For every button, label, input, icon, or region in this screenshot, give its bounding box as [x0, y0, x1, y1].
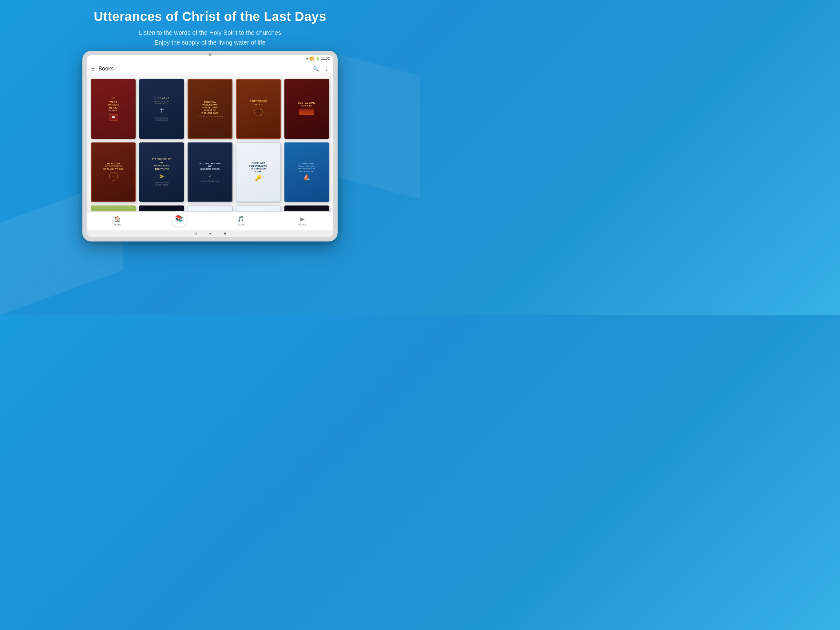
tablet-screen: ▼ 📶 🔋 11:07 ☰ Books 🔍 ⋮ THE WORDAPPEARSI…	[87, 55, 333, 237]
tablet-frame: ▼ 📶 🔋 11:07 ☰ Books 🔍 ⋮ THE WORDAPPEARSI…	[82, 51, 338, 242]
city-img	[299, 109, 314, 115]
book-cover-11	[91, 206, 136, 211]
video-icon: ▶	[300, 216, 305, 222]
subtitle-line1: Listen to the words of the Holy Spirit t…	[139, 29, 281, 36]
list-item[interactable]: JUDGMENT BEGINS WITH THEHOUSE OF GOD ✝	[139, 79, 184, 139]
time-display: 11:07	[321, 57, 330, 60]
list-item[interactable]	[91, 206, 136, 211]
app-bar: ☰ Books 🔍 ⋮	[87, 62, 333, 75]
harp-icon: ♪	[208, 172, 211, 179]
book-cover-10: Guidelines for theGospel of Spreadingthe…	[284, 142, 329, 202]
home-circle-icon[interactable]: ●	[209, 231, 211, 236]
dove-icon: 🕊	[256, 109, 261, 114]
bible-icon: 📖	[109, 114, 118, 121]
book-cover-2: JUDGMENT BEGINS WITH THEHOUSE OF GOD ✝	[139, 79, 184, 139]
keys-icon: 🔑	[255, 174, 262, 181]
list-item[interactable]: GOD HAS COMEHE IS KING	[284, 79, 329, 139]
app-bar-title: Books	[98, 65, 313, 72]
books-grid: THE WORDAPPEARSIN THEFLESH 📖 JUDGMENT BE…	[87, 75, 333, 211]
back-icon[interactable]: ◁	[194, 231, 197, 236]
menu-icon[interactable]: ☰	[91, 66, 95, 72]
battery-icon: 🔋	[316, 57, 320, 60]
seal-circle: ⊙	[109, 172, 118, 180]
list-item[interactable]: FOLLOW THE LAMBANDSING NEW SONGS ♪ HYMNS…	[188, 142, 232, 202]
list-item[interactable]: Guidelines for theGospel of Spreadingthe…	[284, 142, 329, 202]
nav-item-home[interactable]: 🏠 Home	[107, 216, 128, 226]
page-title: Utterances of Christ of the Last Days	[6, 9, 414, 24]
more-icon[interactable]: ⋮	[324, 66, 329, 72]
boat-icon: ⛵	[303, 174, 310, 180]
nav-label-audios: Audios	[237, 223, 245, 226]
book4-circle: 🕊	[254, 108, 262, 116]
book-cover-4: DAILY WORDSOF GOD 🕊	[236, 79, 281, 139]
nav-label-videos: Videos	[298, 223, 306, 226]
status-bar-icons: ▼ 📶 🔋 11:07	[306, 57, 330, 60]
list-item[interactable]: ESSENTIALQUESTIONSAND ANSWERSON THE GOSP…	[188, 206, 232, 211]
book-cover-6: SELECTIONSOF THE WORDSOF ALMIGHTY GOD ⊙	[91, 142, 136, 202]
book-cover-5: GOD HAS COMEHE IS KING	[284, 79, 329, 139]
book-cover-15: 🔥	[284, 206, 329, 211]
book-cover-9: GUIDELINESFOR SPREADINGTHE KINGDOMGOSPEL…	[236, 142, 281, 202]
subtitle-line2: Enjoy the supply of the living water of …	[154, 39, 265, 46]
book-cover-8: FOLLOW THE LAMBANDSING NEW SONGS ♪ HYMNS…	[188, 142, 232, 202]
wifi-icon: ▼	[306, 57, 309, 60]
android-nav-bar: ◁ ● ■	[87, 230, 333, 237]
square-icon[interactable]: ■	[224, 231, 226, 236]
landscape-img	[91, 206, 136, 211]
book-cover-7: 170 PRINCIPLESOFPRACTICINGTHE TRUTH ➤ PR…	[139, 142, 184, 202]
book-cover-1: THE WORDAPPEARSIN THEFLESH 📖	[91, 79, 136, 139]
status-bar: ▼ 📶 🔋 11:07	[87, 55, 333, 62]
arrow-icon: ➤	[159, 172, 165, 180]
header: Utterances of Christ of the Last Days Li…	[0, 0, 420, 54]
list-item[interactable]: 170 PRINCIPLESOFPRACTICINGTHE TRUTH ➤ PR…	[139, 142, 184, 202]
book-cover-13: ESSENTIALQUESTIONSAND ANSWERSON THE GOSP…	[188, 206, 232, 211]
list-item[interactable]: SELECTIONSOF THE WORDSOF ALMIGHTY GOD ⊙	[91, 142, 136, 202]
list-item[interactable]: ESSENTIALQUESTIONSAND ANSWERSON THE GOSP…	[236, 206, 281, 211]
bottom-navigation: 🏠 Home 📚 Books 🎵 Audios ▶ Videos	[87, 211, 333, 230]
nav-item-videos[interactable]: ▶ Videos	[292, 216, 313, 226]
book2-bottom-img	[156, 117, 168, 120]
nav-item-audios[interactable]: 🎵 Audios	[230, 216, 251, 226]
book-cover-3: ESSENTIALWORDS FROMALMIGHTY GODCHRIST OF…	[188, 79, 232, 139]
app-bar-actions: 🔍 ⋮	[313, 66, 329, 72]
signal-icon: 📶	[310, 57, 314, 60]
list-item[interactable]: 🔥	[284, 206, 329, 211]
header-subtitle: Listen to the words of the Holy Spirit t…	[6, 28, 414, 47]
books-icon: 📚	[175, 215, 183, 223]
nav-item-books[interactable]: 📚 Books	[169, 216, 190, 225]
book-cover-14: ESSENTIALQUESTIONSAND ANSWERSON THE GOSP…	[236, 206, 281, 211]
search-icon[interactable]: 🔍	[313, 66, 319, 72]
list-item[interactable]: GUIDELINESFOR SPREADINGTHE KINGDOMGOSPEL…	[236, 142, 281, 202]
audio-icon: 🎵	[237, 216, 244, 222]
books-bubble: 📚	[171, 211, 187, 227]
nav-label-home: Home	[114, 223, 121, 226]
list-item[interactable]: THE WORDAPPEARSIN THEFLESH 📖	[91, 79, 136, 139]
list-item[interactable]: DAILY WORDSOF GOD 🕊	[236, 79, 281, 139]
home-icon: 🏠	[114, 216, 121, 222]
list-item[interactable]: ESSENTIALWORDS FROMALMIGHTY GODCHRIST OF…	[188, 79, 232, 139]
